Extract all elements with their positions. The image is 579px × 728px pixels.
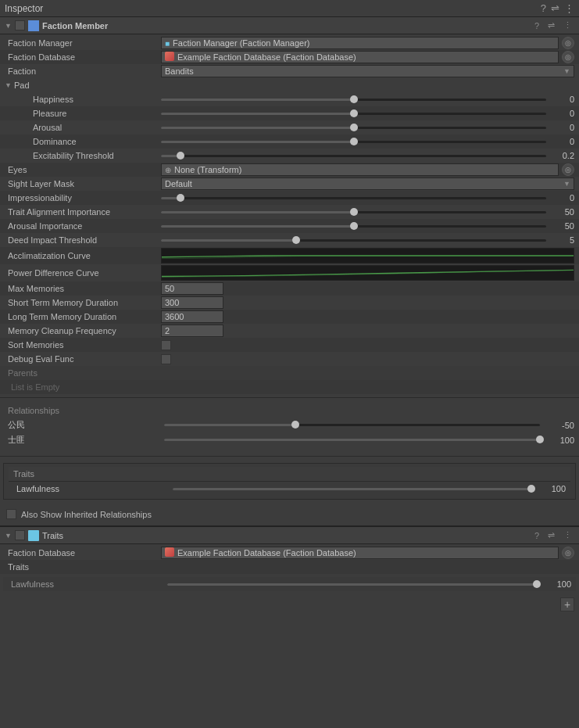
traits-comp-body: Faction Database Example Faction Databas… <box>0 544 579 616</box>
faction-manager-select-btn[interactable]: ◎ <box>562 37 574 49</box>
add-trait-button[interactable]: + <box>560 597 574 611</box>
faction-member-header[interactable]: ▼ Faction Member ? ⇌ ⋮ <box>0 17 579 34</box>
faction-database-field[interactable]: Example Faction Database (Faction Databa… <box>161 51 559 63</box>
traits-comp-traits-label: Traits <box>5 562 161 572</box>
deed-impact-slider-track[interactable] <box>161 239 546 242</box>
faction-manager-value: ■ Faction Manager (Faction Manager) ◎ <box>161 37 574 49</box>
trait-value-0: 100 <box>534 484 566 493</box>
component-enabled-checkbox[interactable] <box>15 20 25 30</box>
pad-group-header[interactable]: ▼ Pad <box>0 78 579 92</box>
comp-layout-icon[interactable]: ⇌ <box>545 20 557 31</box>
relationships-section: Relationships 公民 -50 士匪 100 <box>0 401 579 453</box>
eyes-field[interactable]: ⊕ None (Transform) <box>161 163 559 176</box>
layout-icon[interactable]: ⇌ <box>551 2 559 14</box>
faction-dropdown-arrow: ▼ <box>563 67 570 75</box>
short-term-memory-label: Short Term Memory Duration <box>5 298 161 307</box>
traits-comp-trait-row-0: Lawfulness 100 <box>3 577 576 591</box>
trait-alignment-value: 50 <box>161 207 574 217</box>
dominance-value: 0 <box>161 137 574 146</box>
faction-row: Faction Bandits ▼ <box>0 64 579 78</box>
arousal-slider-track[interactable] <box>161 127 546 129</box>
traits-comp-list: Lawfulness 100 <box>0 574 579 596</box>
traits-comp-header[interactable]: ▼ Traits ? ⇌ ⋮ <box>0 527 579 544</box>
traits-faction-database-value: Example Faction Database (Faction Databa… <box>161 547 574 559</box>
eyes-select-btn[interactable]: ◎ <box>562 163 574 176</box>
relationship-row-1: 士匪 100 <box>5 433 574 446</box>
dominance-label: Dominance <box>5 137 161 146</box>
arousal-importance-label: Arousal Importance <box>5 221 161 231</box>
deed-impact-value-text: 5 <box>549 235 574 245</box>
dominance-value-text: 0 <box>549 137 574 146</box>
traits-comp-more-icon[interactable]: ⋮ <box>561 529 574 541</box>
faction-database-value: Example Faction Database (Faction Databa… <box>161 51 574 63</box>
deed-impact-label: Deed Impact Threshold <box>5 235 161 245</box>
faction-manager-icon: ■ <box>165 39 170 48</box>
acclimatization-row: Acclimatization Curve <box>0 247 579 264</box>
traits-faction-database-field[interactable]: Example Faction Database (Faction Databa… <box>161 547 559 559</box>
happiness-slider-container <box>161 99 546 101</box>
arousal-importance-slider-track[interactable] <box>161 225 546 228</box>
acclimatization-curve-box[interactable] <box>161 248 574 264</box>
happiness-label: Happiness <box>5 95 161 104</box>
debug-eval-checkbox[interactable] <box>161 354 171 364</box>
long-term-memory-value <box>161 310 574 323</box>
short-term-memory-input[interactable] <box>161 296 223 309</box>
sort-memories-checkbox[interactable] <box>161 340 171 350</box>
arousal-importance-slider-container <box>161 225 546 228</box>
more-icon[interactable]: ⋮ <box>564 2 574 14</box>
arousal-importance-value-text: 50 <box>549 221 574 231</box>
eyes-icon: ⊕ <box>165 166 171 174</box>
traits-comp-help-icon[interactable]: ? <box>532 530 541 541</box>
pleasure-value: 0 <box>161 109 574 118</box>
dominance-slider-container <box>161 141 546 143</box>
pleasure-label: Pleasure <box>5 109 161 118</box>
help-icon[interactable]: ? <box>541 2 546 14</box>
traits-faction-database-select-btn[interactable]: ◎ <box>562 547 574 559</box>
traits-title: Traits <box>13 469 34 479</box>
debug-eval-label: Debug Eval Func <box>5 354 161 364</box>
faction-manager-field[interactable]: ■ Faction Manager (Faction Manager) <box>161 37 559 49</box>
trait-alignment-slider-track[interactable] <box>161 211 546 213</box>
faction-manager-row: Faction Manager ■ Faction Manager (Facti… <box>0 36 579 50</box>
excitability-slider-track[interactable] <box>161 155 546 157</box>
impressionability-slider-track[interactable] <box>161 197 546 199</box>
faction-manager-label: Faction Manager <box>5 38 161 48</box>
list-empty-row: List is Empty <box>0 380 579 394</box>
pleasure-slider-track[interactable] <box>161 113 546 115</box>
eyes-label: Eyes <box>5 165 161 174</box>
happiness-slider-track[interactable] <box>161 99 546 101</box>
traits-comp-layout-icon[interactable]: ⇌ <box>545 529 557 541</box>
pleasure-row: Pleasure 0 <box>0 106 579 120</box>
comp-more-icon[interactable]: ⋮ <box>561 20 574 31</box>
pleasure-value-text: 0 <box>549 109 574 118</box>
traits-comp-trait-name-0: Lawfulness <box>8 579 164 589</box>
impressionability-slider-container <box>161 197 546 199</box>
debug-eval-row: Debug Eval Func <box>0 352 579 366</box>
memory-cleanup-value <box>161 325 574 337</box>
eyes-text: None (Transform) <box>174 165 555 174</box>
comp-help-icon[interactable]: ? <box>532 20 541 31</box>
traits-comp-enabled-checkbox[interactable] <box>15 530 25 540</box>
arousal-value: 0 <box>161 123 574 132</box>
max-memories-input[interactable] <box>161 282 223 295</box>
component-icon <box>28 20 39 31</box>
dominance-slider-track[interactable] <box>161 141 546 143</box>
happiness-value-text: 0 <box>549 95 574 104</box>
sight-layer-mask-dropdown[interactable]: Default ▼ <box>161 178 574 190</box>
faction-dropdown[interactable]: Bandits ▼ <box>161 65 574 77</box>
long-term-memory-input[interactable] <box>161 310 223 323</box>
traits-box: Traits Lawfulness 100 <box>3 463 576 500</box>
faction-database-label: Faction Database <box>5 52 161 62</box>
power-diff-curve-box[interactable] <box>161 265 574 281</box>
traits-comp-traits-row: Traits <box>0 560 579 574</box>
faction-manager-text: Faction Manager (Faction Manager) <box>173 38 555 48</box>
arousal-slider-container <box>161 127 546 129</box>
memory-cleanup-input[interactable] <box>161 325 223 337</box>
max-memories-value <box>161 282 574 295</box>
happiness-row: Happiness 0 <box>0 92 579 106</box>
also-show-checkbox[interactable] <box>6 509 16 519</box>
faction-database-row: Faction Database Example Faction Databas… <box>0 50 579 64</box>
long-term-memory-label: Long Term Memory Duration <box>5 312 161 321</box>
faction-database-select-btn[interactable]: ◎ <box>562 51 574 63</box>
relationship-name-0: 公民 <box>5 419 161 431</box>
